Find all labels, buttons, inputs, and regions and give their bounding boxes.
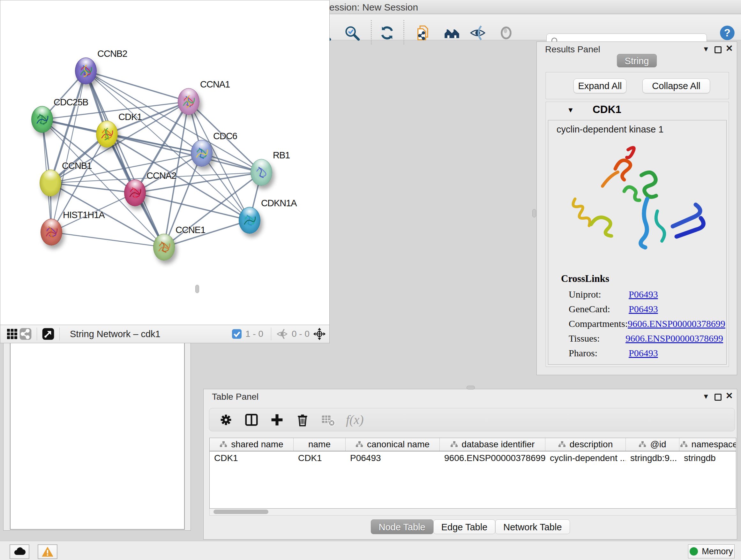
table-row[interactable]: CDK1CDK1P064939606.ENSP00000378699cyclin… — [210, 451, 736, 465]
column-header-label: shared name — [231, 439, 283, 449]
delete-column-icon[interactable] — [293, 411, 312, 429]
panel-menu-icon[interactable]: ▼ — [702, 392, 710, 401]
network-node-cdc25b[interactable] — [31, 106, 53, 133]
protein-ribbon-thumbnail — [240, 209, 259, 232]
section-expander-icon[interactable]: ▼ — [567, 106, 574, 114]
results-buttons-box: Expand All Collapse All — [546, 72, 729, 99]
close-panel-icon[interactable]: ✕ — [726, 390, 733, 401]
column-header-namespace[interactable]: namespace — [679, 438, 736, 451]
show-all-icon[interactable] — [497, 24, 515, 42]
cloud-status-button[interactable] — [10, 544, 29, 559]
network-edge[interactable] — [51, 232, 164, 247]
float-panel-icon[interactable] — [715, 394, 722, 401]
splitter-handle[interactable] — [467, 386, 475, 389]
hide-selected-icon[interactable] — [469, 24, 487, 42]
float-panel-icon[interactable] — [715, 46, 722, 53]
expand-all-button[interactable]: Expand All — [574, 78, 626, 93]
column-header-name[interactable]: name — [293, 438, 346, 451]
network-node-ccne1[interactable] — [153, 234, 175, 260]
network-node-ccnb2[interactable] — [75, 57, 97, 84]
crosslinks-heading: CrossLinks — [561, 273, 609, 285]
column-header-label: @id — [650, 439, 666, 449]
birdseye-view-icon[interactable] — [42, 327, 55, 341]
toolbar-separator — [37, 327, 37, 340]
hidden-eye-icon[interactable] — [276, 327, 288, 340]
table-cell[interactable]: CDK1 — [293, 451, 346, 465]
help-icon[interactable]: ? — [718, 24, 736, 42]
network-edge[interactable] — [107, 134, 261, 172]
collapse-all-button[interactable]: Collapse All — [643, 78, 710, 93]
table-cell[interactable]: stringdb — [679, 451, 736, 465]
network-edge[interactable] — [86, 71, 261, 172]
close-panel-icon[interactable]: ✕ — [726, 43, 733, 54]
column-header-canonicalname[interactable]: canonical name — [346, 438, 440, 451]
network-canvas[interactable]: CCNB2CCNA1CDC25BCDK1CDC6RB1CCNB1CCNA2CDK… — [0, 0, 330, 325]
delete-table-icon[interactable] — [319, 411, 337, 429]
network-node-ccna2[interactable] — [124, 179, 146, 206]
network-node-ccnb1[interactable] — [40, 170, 61, 196]
protein-section-header[interactable]: ▼ CDK1 — [546, 102, 729, 119]
tab-edge-table[interactable]: Edge Table — [433, 519, 495, 534]
node-label: CCNB1 — [62, 161, 91, 171]
network-view-icon[interactable] — [19, 327, 32, 341]
panel-menu-icon[interactable]: ▼ — [702, 45, 710, 53]
warning-status-button[interactable] — [38, 544, 57, 559]
column-header-description[interactable]: description — [545, 438, 626, 451]
network-node-cdkn1a[interactable] — [239, 207, 260, 234]
tab-node-table[interactable]: Node Table — [370, 519, 433, 534]
splitter-handle[interactable] — [195, 285, 199, 293]
zoom-selected-icon[interactable] — [343, 24, 361, 42]
table-cell[interactable]: stringdb:9... — [626, 451, 679, 465]
memory-status-dot — [690, 547, 698, 556]
table-horizontal-scrollbar[interactable] — [209, 509, 736, 516]
crosslink-link[interactable]: P06493 — [629, 348, 658, 359]
network-node-rb1[interactable] — [251, 159, 272, 186]
node-label: HIST1H1A — [63, 210, 105, 220]
protein-ribbon-thumbnail — [76, 59, 95, 82]
table-cell[interactable]: 9606.ENSP00000378699 — [440, 451, 545, 465]
selected-checkbox-icon[interactable] — [231, 328, 242, 339]
cloud-icon — [13, 546, 26, 557]
network-edge[interactable] — [86, 71, 189, 102]
tab-network-table[interactable]: Network Table — [495, 519, 569, 534]
pan-crosshair-icon[interactable] — [313, 327, 326, 341]
memory-button[interactable]: Memory — [688, 544, 735, 558]
column-header-databaseidentifier[interactable]: database identifier — [440, 438, 545, 451]
tab-string[interactable]: String — [617, 54, 657, 67]
memory-label: Memory — [702, 547, 733, 557]
add-column-icon[interactable] — [268, 411, 286, 429]
scrollbar-thumb[interactable] — [213, 509, 268, 514]
table-options-gear-icon[interactable] — [217, 411, 235, 429]
column-header-label: database identifier — [462, 439, 535, 449]
crosslink-link[interactable]: P06493 — [629, 304, 658, 314]
first-neighbors-icon[interactable] — [443, 24, 461, 42]
column-header-label: description — [569, 439, 613, 449]
refresh-icon[interactable] — [378, 24, 396, 42]
crosslink-link[interactable]: P06493 — [629, 289, 658, 300]
grid-view-icon[interactable] — [5, 327, 19, 341]
table-cell[interactable]: cyclin-dependent ... — [545, 451, 626, 465]
results-panel: Results Panel ▼ ✕ String Expand All Coll… — [536, 42, 737, 375]
function-builder-icon[interactable]: f(x) — [346, 412, 364, 427]
network-node-cdc6[interactable] — [191, 140, 212, 167]
clone-network-icon[interactable] — [414, 24, 432, 42]
network-node-cdk1[interactable] — [96, 121, 118, 147]
column-header-sharedname[interactable]: shared name — [210, 438, 293, 451]
crosslink-link[interactable]: 9606.ENSP00000378699 — [625, 333, 723, 344]
protein-section: ▼ CDK1 cyclin-dependent kinase 1 — [546, 102, 729, 367]
protein-ribbon-thumbnail — [125, 181, 145, 204]
network-edge[interactable] — [86, 71, 164, 247]
network-edge[interactable] — [51, 71, 86, 232]
crosslink-label: GeneCard: — [569, 304, 629, 314]
column-header-id[interactable]: @id — [626, 438, 679, 451]
table-cell[interactable]: P06493 — [346, 451, 440, 465]
network-edge[interactable] — [51, 183, 135, 193]
crosslinks-list: Uniprot:P06493GeneCard:P06493Compartment… — [569, 287, 723, 361]
show-columns-icon[interactable] — [243, 411, 260, 429]
table-cell[interactable]: CDK1 — [210, 451, 293, 465]
network-node-ccna1[interactable] — [178, 88, 199, 115]
node-label: CCNE1 — [176, 225, 205, 235]
network-node-hist1h1a[interactable] — [41, 219, 62, 246]
crosslink-link[interactable]: 9606.ENSP00000378699 — [628, 318, 725, 329]
splitter-handle[interactable] — [532, 209, 536, 217]
